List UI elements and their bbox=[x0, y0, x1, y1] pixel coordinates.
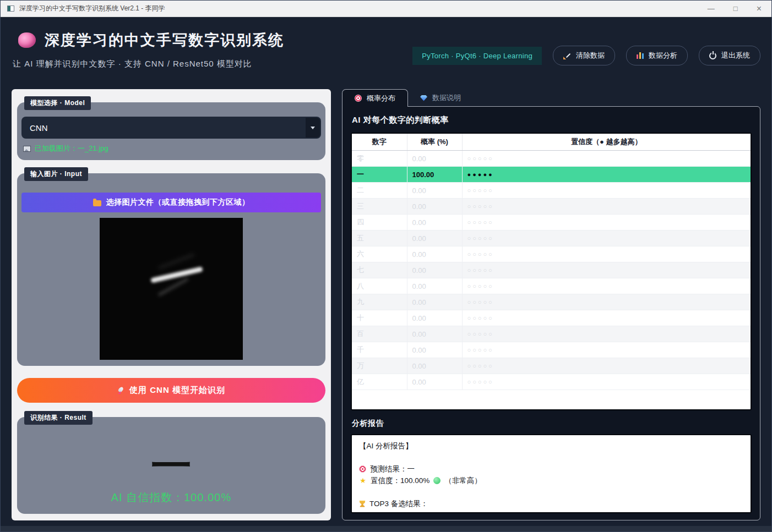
digit-cell: 八 bbox=[352, 278, 407, 294]
digit-cell: 一 bbox=[352, 167, 407, 183]
report-line: ① 一：100.00% bbox=[359, 509, 743, 513]
report-text: 预测结果：一 bbox=[370, 464, 415, 474]
input-group: 输入图片 · Input 选择图片文件（或直接拖拽到下方区域） bbox=[17, 173, 325, 366]
analysis-report-box: 【AI 分析报告】 预测结果：一置信度：100.00%（非常高） TOP3 备选… bbox=[351, 434, 752, 513]
load-status: 已加载图片：一_21.jpg bbox=[21, 144, 321, 153]
table-row[interactable]: 五0.00○○○○○ bbox=[352, 231, 751, 246]
tab-data-description[interactable]: 数据说明 bbox=[408, 89, 473, 107]
confidence-dots-cell: ○○○○○ bbox=[462, 374, 751, 390]
digit-cell: 二 bbox=[352, 183, 407, 199]
data-analysis-button-label: 数据分析 bbox=[649, 51, 677, 61]
digit-cell: 七 bbox=[352, 262, 407, 278]
table-row[interactable]: 亿0.00○○○○○ bbox=[352, 374, 751, 390]
table-row[interactable]: 二0.00○○○○○ bbox=[352, 183, 751, 199]
trophy-icon bbox=[359, 501, 366, 507]
recognize-button[interactable]: 使用 CNN 模型开始识别 bbox=[17, 378, 325, 403]
confidence-dots-cell: ○○○○○ bbox=[462, 151, 751, 167]
table-row[interactable]: 八0.00○○○○○ bbox=[352, 278, 751, 294]
probability-cell: 100.00 bbox=[407, 167, 462, 183]
confidence-dots-cell: ○○○○○ bbox=[462, 342, 751, 358]
maximize-button[interactable]: □ bbox=[733, 4, 738, 13]
model-group: 模型选择 · Model CNN 已加载图片：一_21.jpg bbox=[17, 102, 325, 160]
input-image-preview[interactable] bbox=[100, 218, 243, 360]
page-subtitle: 让 AI 理解并识别中文数字 · 支持 CNN / ResNet50 模型对比 bbox=[12, 59, 284, 69]
star-icon bbox=[359, 476, 367, 485]
target-icon bbox=[355, 95, 362, 102]
probability-cell: 0.00 bbox=[407, 262, 462, 278]
table-row[interactable]: 六0.00○○○○○ bbox=[352, 246, 751, 262]
minimize-button[interactable]: — bbox=[708, 4, 715, 13]
choose-file-label: 选择图片文件（或直接拖拽到下方区域） bbox=[106, 198, 250, 207]
table-row[interactable]: 千0.00○○○○○ bbox=[352, 342, 751, 358]
input-group-label: 输入图片 · Input bbox=[24, 167, 88, 181]
table-row[interactable]: 九0.00○○○○○ bbox=[352, 294, 751, 310]
clear-data-button-label: 清除数据 bbox=[576, 51, 605, 61]
table-row[interactable]: 十0.00○○○○○ bbox=[352, 310, 751, 326]
digit-cell: 六 bbox=[352, 246, 407, 262]
digit-cell: 五 bbox=[352, 231, 407, 246]
result-group: 识别结果 · Result 一 AI 自信指数：100.00% bbox=[17, 417, 325, 514]
right-panel: 概率分布数据说明 AI 对每个数字的判断概率 数字概率 (%)置信度（● 越多越… bbox=[342, 89, 760, 520]
digit-cell: 零 bbox=[352, 151, 407, 167]
digit-cell: 三 bbox=[352, 199, 407, 215]
report-text: 【AI 分析报告】 bbox=[359, 441, 413, 451]
titlebar: 深度学习的中文手写数字识别系统 Ver2.1 - 李同学 — □ × bbox=[1, 1, 771, 17]
probability-cell: 0.00 bbox=[407, 326, 462, 342]
left-panel: 模型选择 · Model CNN 已加载图片：一_21.jpg 输入图片 · I… bbox=[12, 89, 331, 520]
tab-probability-distribution-label: 概率分布 bbox=[367, 94, 395, 103]
exit-button[interactable]: 退出系统 bbox=[699, 46, 760, 65]
report-line bbox=[359, 452, 743, 463]
model-select-arrow[interactable] bbox=[306, 118, 320, 138]
choose-file-button[interactable]: 选择图片文件（或直接拖拽到下方区域） bbox=[21, 193, 321, 212]
probability-table-container: 数字概率 (%)置信度（● 越多越高） 零0.00○○○○○一100.00●●●… bbox=[351, 133, 752, 410]
recognize-label: 使用 CNN 模型开始识别 bbox=[129, 385, 225, 396]
data-analysis-button[interactable]: 数据分析 bbox=[626, 46, 688, 65]
table-row[interactable]: 百0.00○○○○○ bbox=[352, 326, 751, 342]
probability-cell: 0.00 bbox=[407, 310, 462, 326]
digit-cell: 十 bbox=[352, 310, 407, 326]
table-row[interactable]: 七0.00○○○○○ bbox=[352, 262, 751, 278]
clear-data-button[interactable]: 清除数据 bbox=[553, 46, 615, 65]
gem-icon bbox=[420, 95, 427, 101]
header: 深度学习的中文手写数字识别系统 让 AI 理解并识别中文数字 · 支持 CNN … bbox=[12, 30, 760, 69]
result-character: 一 bbox=[17, 446, 325, 486]
probability-cell: 0.00 bbox=[407, 231, 462, 246]
report-text: TOP3 备选结果： bbox=[369, 499, 428, 509]
table-header-cell: 概率 (%) bbox=[407, 134, 462, 151]
confidence-dots-cell: ○○○○○ bbox=[462, 278, 751, 294]
app-window: 深度学习的中文手写数字识别系统 Ver2.1 - 李同学 — □ × 深度学习的… bbox=[0, 0, 772, 532]
panel-title: AI 对每个数字的判断概率 bbox=[352, 115, 752, 125]
table-row[interactable]: 三0.00○○○○○ bbox=[352, 199, 751, 215]
report-text: 置信度：100.00% bbox=[371, 476, 430, 486]
report-title: 分析报告 bbox=[352, 419, 752, 429]
digit-cell: 百 bbox=[352, 326, 407, 342]
bar-chart-icon bbox=[637, 52, 644, 59]
header-left: 深度学习的中文手写数字识别系统 让 AI 理解并识别中文数字 · 支持 CNN … bbox=[12, 30, 284, 69]
table-row[interactable]: 零0.00○○○○○ bbox=[352, 151, 751, 167]
report-text: （非常高） bbox=[444, 476, 482, 486]
probability-cell: 0.00 bbox=[407, 246, 462, 262]
content-row: 模型选择 · Model CNN 已加载图片：一_21.jpg 输入图片 · I… bbox=[12, 89, 760, 520]
confidence-dots-cell: ○○○○○ bbox=[462, 310, 751, 326]
confidence-text: AI 自信指数：100.00% bbox=[17, 490, 325, 505]
confidence-dots-cell: ○○○○○ bbox=[462, 231, 751, 246]
table-row[interactable]: 万0.00○○○○○ bbox=[352, 358, 751, 374]
table-row[interactable]: 一100.00●●●●● bbox=[352, 167, 751, 183]
confidence-dots-cell: ○○○○○ bbox=[462, 215, 751, 231]
confidence-dots-cell: ○○○○○ bbox=[462, 326, 751, 342]
digit-cell: 亿 bbox=[352, 374, 407, 390]
probability-cell: 0.00 bbox=[407, 294, 462, 310]
report-line: 置信度：100.00%（非常高） bbox=[359, 475, 743, 486]
brain-icon bbox=[18, 32, 36, 48]
green-dot-icon bbox=[433, 477, 441, 484]
report-text: ① 一：100.00% bbox=[359, 511, 412, 514]
broom-icon bbox=[563, 52, 571, 59]
table-header-row: 数字概率 (%)置信度（● 越多越高） bbox=[352, 134, 751, 151]
close-button[interactable]: × bbox=[757, 4, 762, 14]
table-row[interactable]: 四0.00○○○○○ bbox=[352, 215, 751, 231]
probability-cell: 0.00 bbox=[407, 374, 462, 390]
tab-probability-distribution[interactable]: 概率分布 bbox=[342, 89, 408, 107]
model-select[interactable]: CNN bbox=[21, 117, 321, 139]
confidence-dots-cell: ○○○○○ bbox=[462, 183, 751, 199]
exit-button-label: 退出系统 bbox=[721, 51, 750, 61]
